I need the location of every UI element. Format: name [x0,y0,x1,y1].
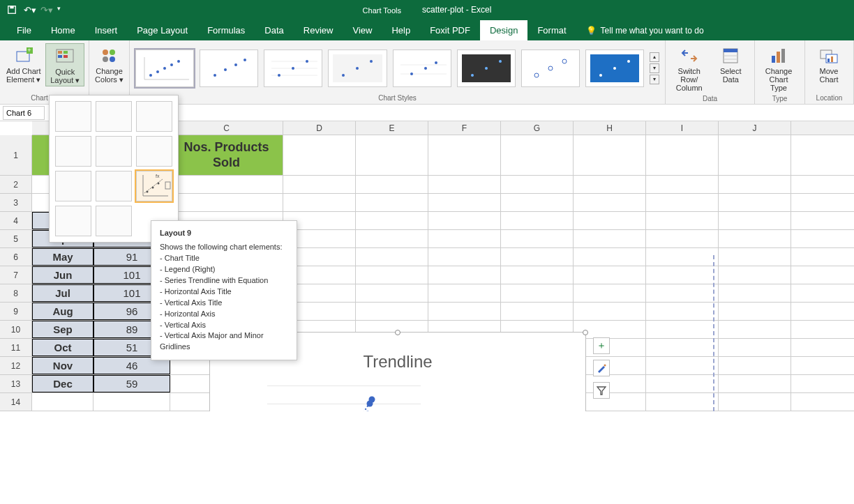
row-header-7[interactable]: 7 [0,266,32,284]
chart-style-7[interactable] [521,49,580,87]
change-colors-button[interactable]: Change Colors ▾ [93,43,125,85]
cell-J1[interactable] [719,135,791,175]
cell-H3[interactable] [574,194,646,211]
tab-file[interactable]: File [7,20,41,40]
cell-G7[interactable] [501,266,574,284]
cell-H2[interactable] [574,176,646,193]
styles-scroll-down[interactable]: ▾ [650,63,659,73]
cell-B13[interactable]: 59 [93,375,170,392]
quick-layout-4[interactable] [55,136,91,167]
quick-layout-9[interactable]: fx [136,171,172,201]
chart-styles-button[interactable] [593,360,610,376]
quick-layout-11[interactable] [96,206,132,236]
tab-data[interactable]: Data [255,20,293,40]
cell-H1[interactable] [574,135,646,175]
cell-E6[interactable] [356,248,428,266]
tab-format[interactable]: Format [527,20,576,40]
quick-layout-7[interactable] [55,171,91,201]
cell-G1[interactable] [501,135,574,175]
tell-me-search[interactable]: 💡 Tell me what you want to do [576,21,714,40]
cell-G4[interactable] [501,212,574,229]
cell-A12[interactable]: Nov [32,357,93,374]
cell-F7[interactable] [428,266,501,284]
cell-I13[interactable] [646,375,719,392]
tab-design[interactable]: Design [480,20,527,40]
cell-I9[interactable] [646,303,719,320]
cell-J14[interactable] [719,393,791,411]
column-header-J[interactable]: J [719,121,791,135]
cell-G8[interactable] [501,284,574,302]
styles-scroll-up[interactable]: ▴ [650,52,659,62]
quick-layout-8[interactable] [96,171,132,201]
row-header-9[interactable]: 9 [0,303,32,320]
column-header-E[interactable]: E [356,121,428,135]
move-chart-button[interactable]: Move Chart [809,43,848,85]
cell-F1[interactable] [428,135,501,175]
name-box[interactable] [3,106,45,120]
cell-F3[interactable] [428,194,501,211]
row-header-10[interactable]: 10 [0,321,32,338]
cell-G6[interactable] [501,248,574,266]
cell-E8[interactable] [356,284,428,302]
cell-H6[interactable] [574,248,646,266]
quick-layout-1[interactable] [55,101,91,132]
cell-I5[interactable] [646,230,719,247]
cell-G2[interactable] [501,176,574,193]
cell-C2[interactable] [170,176,283,193]
undo-icon[interactable]: ↶▾ [24,5,33,15]
cell-I1[interactable] [646,135,719,175]
tab-review[interactable]: Review [294,20,343,40]
cell-J13[interactable] [719,375,791,392]
quick-layout-3[interactable] [136,101,172,132]
switch-row-column-button[interactable]: Switch Row/ Column [670,43,709,93]
chart-plot-area[interactable]: Ax 01020050100150 [235,379,585,411]
cell-F2[interactable] [428,176,501,193]
row-header-12[interactable]: 12 [0,357,32,374]
cell-D2[interactable] [283,176,356,193]
chart-style-8[interactable] [585,49,644,87]
select-data-button[interactable]: Select Data [712,43,751,85]
cell-E7[interactable] [356,266,428,284]
styles-more[interactable]: ▾ [650,75,659,84]
cell-J12[interactable] [719,357,791,374]
cell-A7[interactable]: Jun [32,266,93,284]
cell-F4[interactable] [428,212,501,229]
cell-E4[interactable] [356,212,428,229]
cell-G5[interactable] [501,230,574,247]
cell-I4[interactable] [646,212,719,229]
row-header-8[interactable]: 8 [0,284,32,302]
cell-C3[interactable] [170,194,283,211]
cell-A8[interactable]: Jul [32,284,93,302]
cell-A13[interactable]: Dec [32,375,93,392]
tab-help[interactable]: Help [382,20,420,40]
chart-style-6[interactable] [457,49,516,87]
cell-I6[interactable] [646,248,719,266]
data-point[interactable] [368,397,375,403]
row-header-1[interactable]: 1 [0,135,32,175]
cell-A14[interactable] [32,393,93,411]
row-header-6[interactable]: 6 [0,248,32,266]
cell-E9[interactable] [356,303,428,320]
cell-J11[interactable] [719,339,791,356]
tab-page-layout[interactable]: Page Layout [127,20,197,40]
cell-H5[interactable] [574,230,646,247]
cell-I8[interactable] [646,284,719,302]
column-header-D[interactable]: D [283,121,356,135]
row-header-4[interactable]: 4 [0,212,32,229]
chart-style-4[interactable] [328,49,387,87]
cell-F6[interactable] [428,248,501,266]
cell-D3[interactable] [283,194,356,211]
cell-A6[interactable]: May [32,248,93,266]
cell-F8[interactable] [428,284,501,302]
cell-J5[interactable] [719,230,791,247]
save-icon[interactable] [7,5,17,15]
tab-insert[interactable]: Insert [85,20,128,40]
chart-style-2[interactable] [200,49,258,87]
cell-E1[interactable] [356,135,428,175]
cell-I12[interactable] [646,357,719,374]
cell-J6[interactable] [719,248,791,266]
cell-J3[interactable] [719,194,791,211]
cell-I3[interactable] [646,194,719,211]
cell-H4[interactable] [574,212,646,229]
cell-F9[interactable] [428,303,501,320]
